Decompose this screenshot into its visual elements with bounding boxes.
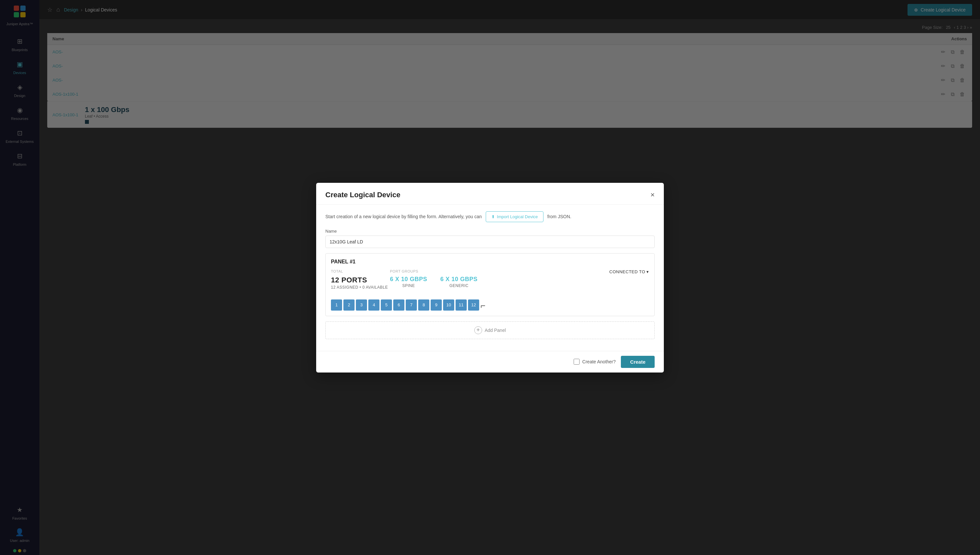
port-5[interactable]: 5 bbox=[381, 300, 392, 311]
create-button[interactable]: Create bbox=[621, 356, 655, 368]
panel-section: PANEL #1 TOTAL 12 ports 12 assigned • 0 … bbox=[325, 253, 655, 316]
ports-row: 1 2 3 4 5 6 7 8 9 10 11 12 bbox=[331, 300, 479, 311]
connected-to-dropdown[interactable]: Connected to ▾ bbox=[609, 269, 649, 274]
import-text: Start creation of a new logical device b… bbox=[325, 214, 482, 219]
panel-groups: PORT GROUPS 6 x 10 Gbps Spine 6 x 10 Gbp… bbox=[390, 269, 609, 288]
port-11[interactable]: 11 bbox=[455, 300, 467, 311]
modal-overlay: Create Logical Device × Start creation o… bbox=[0, 0, 980, 555]
name-label: Name bbox=[325, 229, 655, 234]
bracket-symbol: ⌐ bbox=[481, 302, 485, 310]
add-panel-button[interactable]: + Add Panel bbox=[325, 321, 655, 339]
port-group-2-role: Generic bbox=[449, 283, 468, 288]
create-another-checkbox[interactable] bbox=[574, 359, 579, 365]
port-group-1-speed[interactable]: 6 x 10 Gbps bbox=[390, 276, 427, 283]
port-group-1: 6 x 10 Gbps Spine bbox=[390, 276, 427, 288]
port-group-1-role: Spine bbox=[402, 283, 415, 288]
ports-count: 12 ports bbox=[331, 276, 390, 284]
panel-title: PANEL #1 bbox=[331, 259, 649, 265]
import-logical-device-button[interactable]: ⬆ Import Logical Device bbox=[486, 211, 544, 222]
port-groups-row: 6 x 10 Gbps Spine 6 x 10 Gbps Generic bbox=[390, 276, 609, 288]
port-group-2: 6 x 10 Gbps Generic bbox=[441, 276, 478, 288]
modal-footer: Create Another? Create bbox=[316, 351, 664, 372]
modal-header: Create Logical Device × bbox=[316, 183, 664, 205]
port-10[interactable]: 10 bbox=[443, 300, 454, 311]
port-12[interactable]: 12 bbox=[468, 300, 479, 311]
name-input[interactable] bbox=[325, 236, 655, 248]
add-panel-label: Add Panel bbox=[485, 328, 506, 333]
port-8[interactable]: 8 bbox=[418, 300, 429, 311]
add-panel-icon: + bbox=[474, 326, 482, 334]
modal-close-button[interactable]: × bbox=[650, 191, 655, 199]
panel-total-label: TOTAL 12 ports 12 assigned • 0 available bbox=[331, 269, 390, 290]
upload-icon: ⬆ bbox=[491, 214, 495, 219]
create-another-label: Create Another? bbox=[574, 359, 616, 365]
import-row: Start creation of a new logical device b… bbox=[325, 211, 655, 222]
port-9[interactable]: 9 bbox=[431, 300, 442, 311]
ports-container: 1 2 3 4 5 6 7 8 9 10 11 12 ⌐ bbox=[331, 295, 649, 311]
port-group-2-speed[interactable]: 6 x 10 Gbps bbox=[441, 276, 478, 283]
panel-header-row: TOTAL 12 ports 12 assigned • 0 available… bbox=[331, 269, 649, 290]
modal-title: Create Logical Device bbox=[325, 191, 401, 199]
modal: Create Logical Device × Start creation o… bbox=[316, 183, 664, 372]
name-form-group: Name bbox=[325, 229, 655, 248]
port-7[interactable]: 7 bbox=[406, 300, 417, 311]
port-2[interactable]: 2 bbox=[343, 300, 354, 311]
ports-assigned: 12 assigned • 0 available bbox=[331, 285, 390, 290]
port-6[interactable]: 6 bbox=[393, 300, 404, 311]
port-3[interactable]: 3 bbox=[356, 300, 367, 311]
port-1[interactable]: 1 bbox=[331, 300, 342, 311]
modal-body: Start creation of a new logical device b… bbox=[316, 205, 664, 351]
port-4[interactable]: 4 bbox=[369, 300, 380, 311]
import-suffix: from JSON. bbox=[547, 214, 571, 219]
